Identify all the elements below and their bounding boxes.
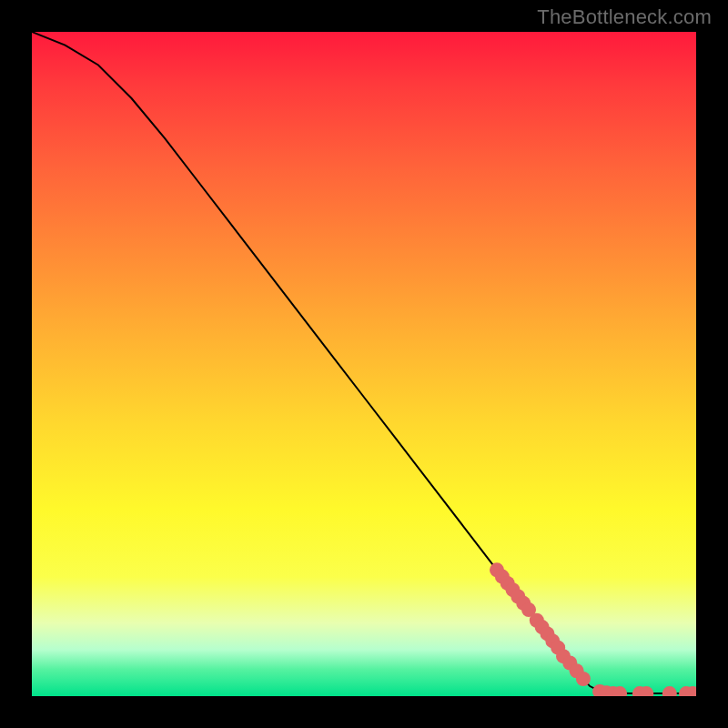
attribution-label: TheBottleneck.com (537, 5, 712, 29)
data-point (576, 672, 591, 686)
bottleneck-curve (32, 32, 696, 693)
highlight-dots (490, 562, 696, 696)
data-point (662, 686, 677, 696)
plot-area (32, 32, 696, 696)
chart-svg (32, 32, 696, 696)
chart-frame: TheBottleneck.com (0, 0, 728, 728)
